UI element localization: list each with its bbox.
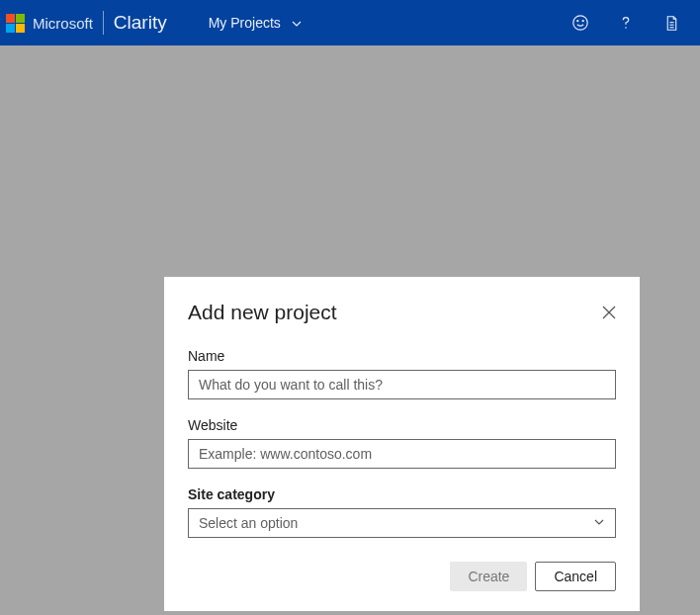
document-icon[interactable] (662, 14, 680, 32)
name-input[interactable] (188, 370, 616, 399)
app-header: Microsoft Clarity My Projects (0, 0, 700, 45)
chevron-down-icon (593, 515, 605, 531)
close-icon (602, 306, 616, 319)
modal-title: Add new project (188, 301, 337, 324)
website-label: Website (188, 417, 616, 433)
svg-point-2 (582, 21, 583, 22)
brand-name: Microsoft (33, 15, 93, 32)
product-name: Clarity (114, 12, 167, 34)
my-projects-label: My Projects (209, 15, 281, 31)
website-field-group: Website (188, 417, 616, 469)
website-input[interactable] (188, 439, 616, 469)
cancel-button[interactable]: Cancel (535, 562, 616, 591)
category-field-group: Site category Select an option (188, 486, 616, 538)
name-field-group: Name (188, 348, 616, 399)
help-icon[interactable] (617, 14, 635, 32)
svg-point-3 (625, 27, 627, 29)
modal-footer: Create Cancel (188, 562, 616, 591)
header-actions (571, 14, 690, 32)
create-button[interactable]: Create (450, 562, 527, 591)
close-button[interactable] (602, 306, 616, 319)
svg-point-1 (577, 21, 578, 22)
my-projects-dropdown[interactable]: My Projects (209, 15, 303, 31)
category-label: Site category (188, 486, 616, 502)
category-select[interactable]: Select an option (188, 508, 616, 538)
feedback-icon[interactable] (571, 14, 589, 32)
chevron-down-icon (291, 17, 303, 29)
category-placeholder: Select an option (199, 515, 298, 531)
name-label: Name (188, 348, 616, 364)
microsoft-logo-icon (6, 14, 25, 33)
modal-header: Add new project (188, 301, 616, 324)
brand-divider (103, 11, 104, 35)
add-project-modal: Add new project Name Website Site catego… (164, 277, 640, 611)
svg-point-0 (573, 16, 587, 30)
